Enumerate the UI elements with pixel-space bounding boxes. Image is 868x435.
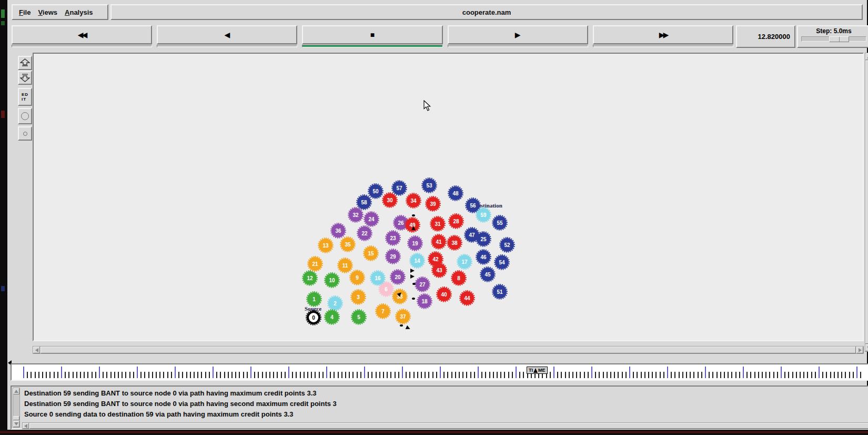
menu-views[interactable]: Views [38,8,57,16]
node-50[interactable]: 50 [369,184,382,198]
node-55[interactable]: 55 [493,216,507,230]
scroll-left-arrow[interactable] [33,347,40,353]
ruler-tick [190,372,191,378]
node-23[interactable]: 23 [386,231,400,245]
node-12[interactable]: 12 [303,271,317,285]
node-9[interactable]: 9 [350,271,364,284]
zoom-out-button[interactable] [18,71,32,85]
canvas-horizontal-scrollbar[interactable] [33,346,864,354]
ruler-tick [686,372,687,378]
node-5[interactable]: 5 [352,310,366,324]
back-play-button[interactable]: ◀ [157,25,297,44]
node-41[interactable]: 41 [432,235,446,249]
ruler-tick [398,372,399,378]
node-24[interactable]: 24 [365,212,378,226]
node-44[interactable]: 44 [460,291,474,305]
node-38[interactable]: 38 [448,236,461,250]
scroll-up-arrow[interactable] [865,53,868,60]
log-horizontal-scroll-thumb[interactable] [29,423,868,429]
stop-button[interactable]: ■ [302,25,442,44]
time-ruler[interactable]: TI ME [11,363,868,381]
scroll-right-arrow[interactable] [856,347,863,353]
rewind-button[interactable]: ◀◀ [12,25,152,44]
node-46[interactable]: 46 [477,250,490,264]
node-19[interactable]: 19 [408,236,422,250]
ruler-tick [754,372,755,378]
node-15[interactable]: 15 [364,246,378,260]
node-30[interactable]: 30 [383,193,397,207]
node-48[interactable]: 48 [449,186,462,200]
ruler-tick [338,372,339,378]
small-node-tool-button[interactable] [18,126,32,141]
node-14[interactable]: 14 [410,254,424,268]
node-17[interactable]: 17 [458,255,471,269]
fast-forward-button[interactable]: ▶▶ [593,25,733,44]
node-58[interactable]: 58 [357,195,371,209]
zoom-in-button[interactable] [18,56,32,70]
node-51[interactable]: 51 [493,285,507,299]
menu-file[interactable]: File [19,8,31,16]
node-22[interactable]: 22 [358,226,371,240]
ruler-tick-major [402,367,403,378]
log-scroll-up-arrow[interactable] [13,388,19,394]
node-54[interactable]: 54 [495,255,509,269]
node-28[interactable]: 28 [449,214,463,228]
node-8[interactable]: 8 [452,271,466,285]
node-29[interactable]: 29 [386,250,400,263]
log-scroll-trough[interactable] [13,394,19,416]
node-39[interactable]: 39 [426,197,440,211]
log-scroll-down-arrow[interactable] [13,421,19,427]
node-52[interactable]: 52 [500,238,514,252]
scroll-down-arrow[interactable] [865,344,868,351]
node-10[interactable]: 10 [325,273,339,287]
node-40[interactable]: 40 [437,288,451,301]
node-21[interactable]: 21 [308,257,322,271]
canvas-vertical-scrollbar[interactable] [865,53,868,352]
node-37[interactable]: 37 [396,310,410,323]
node-7[interactable]: 7 [376,304,390,318]
node-35[interactable]: 35 [341,238,355,251]
edit-button[interactable]: EDIT [18,88,32,106]
node-6[interactable]: 6 [379,282,393,296]
node-34[interactable]: 34 [407,194,420,207]
menu-analysis[interactable]: Analysis [65,8,93,16]
ruler-tick [360,372,361,378]
play-button[interactable]: ▶ [448,25,588,44]
node-13[interactable]: 13 [319,239,332,252]
horizontal-scroll-thumb[interactable] [41,347,856,353]
node-18[interactable]: 18 [418,294,431,308]
node-32[interactable]: 32 [349,208,362,222]
node-36[interactable]: 36 [331,224,345,238]
node-4[interactable]: 4 [325,310,339,324]
node-47[interactable]: 47 [465,228,479,242]
step-slider[interactable] [801,36,866,42]
ruler-tick [220,372,221,378]
node-27[interactable]: 27 [416,278,429,291]
node-0[interactable]: 0 [307,311,320,324]
log-horizontal-scrollbar[interactable] [22,422,868,429]
time-slider-thumb[interactable]: TI ME [527,367,548,374]
node-43[interactable]: 43 [432,263,446,277]
node-16[interactable]: 16 [371,271,385,285]
packet [411,226,416,230]
node-59[interactable]: 59 [477,208,490,222]
node-31[interactable]: 31 [431,217,445,231]
log-scroll-left-arrow[interactable] [23,423,29,429]
node-2[interactable]: 2 [328,296,342,310]
node-53[interactable]: 53 [422,179,436,192]
vertical-scroll-thumb[interactable] [865,61,868,344]
node-57[interactable]: 57 [392,181,406,195]
log-vertical-scrollbar[interactable] [13,388,20,428]
large-node-tool-button[interactable] [18,108,32,124]
node-11[interactable]: 11 [338,259,352,272]
ruler-tick [201,372,202,378]
ruler-tick [152,372,153,378]
node-1[interactable]: 1 [307,292,321,306]
node-45[interactable]: 45 [481,268,494,281]
log-vertical-scroll-thumb[interactable] [13,416,19,420]
node-20[interactable]: 20 [391,270,405,284]
ruler-tick [693,372,694,378]
step-slider-thumb[interactable] [829,36,849,42]
canvas[interactable]: Source Destination 012345678910111213141… [33,53,864,341]
node-3[interactable]: 3 [351,290,365,304]
